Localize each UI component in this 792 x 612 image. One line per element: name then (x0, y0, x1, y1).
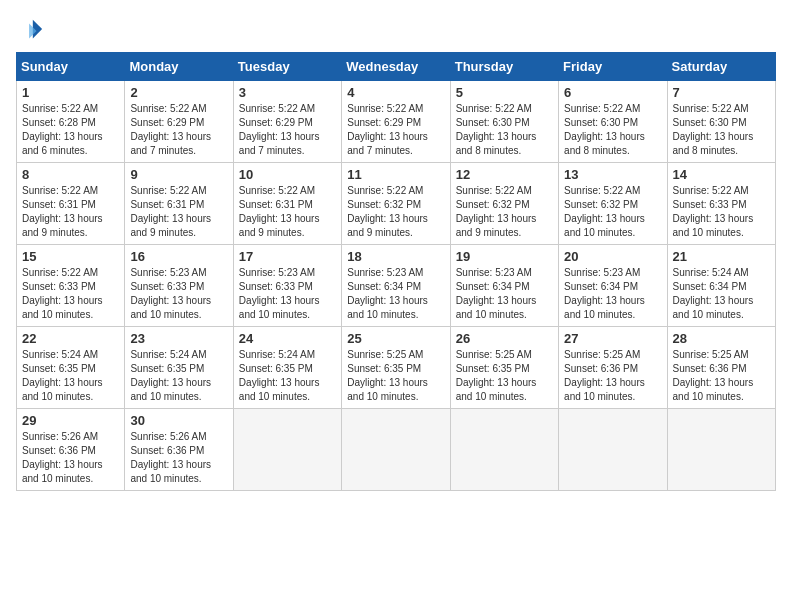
day-number: 4 (347, 85, 444, 100)
calendar-cell: 20Sunrise: 5:23 AMSunset: 6:34 PMDayligh… (559, 245, 667, 327)
calendar-cell: 3Sunrise: 5:22 AMSunset: 6:29 PMDaylight… (233, 81, 341, 163)
day-number: 15 (22, 249, 119, 264)
cell-info: Sunrise: 5:22 AMSunset: 6:28 PMDaylight:… (22, 103, 103, 156)
calendar-cell: 15Sunrise: 5:22 AMSunset: 6:33 PMDayligh… (17, 245, 125, 327)
calendar-cell: 13Sunrise: 5:22 AMSunset: 6:32 PMDayligh… (559, 163, 667, 245)
calendar-cell: 4Sunrise: 5:22 AMSunset: 6:29 PMDaylight… (342, 81, 450, 163)
cell-info: Sunrise: 5:25 AMSunset: 6:35 PMDaylight:… (347, 349, 428, 402)
day-number: 2 (130, 85, 227, 100)
day-number: 7 (673, 85, 770, 100)
calendar-cell: 28Sunrise: 5:25 AMSunset: 6:36 PMDayligh… (667, 327, 775, 409)
day-number: 14 (673, 167, 770, 182)
cell-info: Sunrise: 5:22 AMSunset: 6:33 PMDaylight:… (673, 185, 754, 238)
calendar-cell: 18Sunrise: 5:23 AMSunset: 6:34 PMDayligh… (342, 245, 450, 327)
calendar-week-row: 15Sunrise: 5:22 AMSunset: 6:33 PMDayligh… (17, 245, 776, 327)
cell-info: Sunrise: 5:23 AMSunset: 6:33 PMDaylight:… (130, 267, 211, 320)
cell-info: Sunrise: 5:22 AMSunset: 6:30 PMDaylight:… (673, 103, 754, 156)
calendar-cell: 5Sunrise: 5:22 AMSunset: 6:30 PMDaylight… (450, 81, 558, 163)
calendar-week-row: 8Sunrise: 5:22 AMSunset: 6:31 PMDaylight… (17, 163, 776, 245)
cell-info: Sunrise: 5:24 AMSunset: 6:34 PMDaylight:… (673, 267, 754, 320)
day-number: 16 (130, 249, 227, 264)
day-number: 1 (22, 85, 119, 100)
weekday-header: Friday (559, 53, 667, 81)
weekday-header-row: SundayMondayTuesdayWednesdayThursdayFrid… (17, 53, 776, 81)
calendar-cell: 23Sunrise: 5:24 AMSunset: 6:35 PMDayligh… (125, 327, 233, 409)
calendar-cell: 14Sunrise: 5:22 AMSunset: 6:33 PMDayligh… (667, 163, 775, 245)
calendar-cell (559, 409, 667, 491)
cell-info: Sunrise: 5:22 AMSunset: 6:29 PMDaylight:… (239, 103, 320, 156)
cell-info: Sunrise: 5:24 AMSunset: 6:35 PMDaylight:… (22, 349, 103, 402)
calendar-cell: 2Sunrise: 5:22 AMSunset: 6:29 PMDaylight… (125, 81, 233, 163)
logo (16, 16, 48, 44)
calendar-cell: 26Sunrise: 5:25 AMSunset: 6:35 PMDayligh… (450, 327, 558, 409)
calendar-cell: 7Sunrise: 5:22 AMSunset: 6:30 PMDaylight… (667, 81, 775, 163)
calendar-cell: 9Sunrise: 5:22 AMSunset: 6:31 PMDaylight… (125, 163, 233, 245)
day-number: 28 (673, 331, 770, 346)
day-number: 24 (239, 331, 336, 346)
cell-info: Sunrise: 5:25 AMSunset: 6:35 PMDaylight:… (456, 349, 537, 402)
calendar-cell: 25Sunrise: 5:25 AMSunset: 6:35 PMDayligh… (342, 327, 450, 409)
day-number: 5 (456, 85, 553, 100)
day-number: 17 (239, 249, 336, 264)
cell-info: Sunrise: 5:22 AMSunset: 6:30 PMDaylight:… (564, 103, 645, 156)
calendar-table: SundayMondayTuesdayWednesdayThursdayFrid… (16, 52, 776, 491)
calendar-cell: 1Sunrise: 5:22 AMSunset: 6:28 PMDaylight… (17, 81, 125, 163)
calendar-cell: 16Sunrise: 5:23 AMSunset: 6:33 PMDayligh… (125, 245, 233, 327)
calendar-week-row: 29Sunrise: 5:26 AMSunset: 6:36 PMDayligh… (17, 409, 776, 491)
cell-info: Sunrise: 5:23 AMSunset: 6:34 PMDaylight:… (456, 267, 537, 320)
day-number: 29 (22, 413, 119, 428)
calendar-cell: 10Sunrise: 5:22 AMSunset: 6:31 PMDayligh… (233, 163, 341, 245)
cell-info: Sunrise: 5:23 AMSunset: 6:34 PMDaylight:… (564, 267, 645, 320)
cell-info: Sunrise: 5:24 AMSunset: 6:35 PMDaylight:… (130, 349, 211, 402)
cell-info: Sunrise: 5:26 AMSunset: 6:36 PMDaylight:… (130, 431, 211, 484)
day-number: 3 (239, 85, 336, 100)
cell-info: Sunrise: 5:22 AMSunset: 6:33 PMDaylight:… (22, 267, 103, 320)
day-number: 9 (130, 167, 227, 182)
day-number: 23 (130, 331, 227, 346)
weekday-header: Saturday (667, 53, 775, 81)
day-number: 13 (564, 167, 661, 182)
calendar-week-row: 1Sunrise: 5:22 AMSunset: 6:28 PMDaylight… (17, 81, 776, 163)
day-number: 6 (564, 85, 661, 100)
day-number: 27 (564, 331, 661, 346)
calendar-cell: 22Sunrise: 5:24 AMSunset: 6:35 PMDayligh… (17, 327, 125, 409)
calendar-cell: 21Sunrise: 5:24 AMSunset: 6:34 PMDayligh… (667, 245, 775, 327)
calendar-week-row: 22Sunrise: 5:24 AMSunset: 6:35 PMDayligh… (17, 327, 776, 409)
day-number: 22 (22, 331, 119, 346)
calendar-cell: 11Sunrise: 5:22 AMSunset: 6:32 PMDayligh… (342, 163, 450, 245)
calendar-cell: 19Sunrise: 5:23 AMSunset: 6:34 PMDayligh… (450, 245, 558, 327)
cell-info: Sunrise: 5:22 AMSunset: 6:31 PMDaylight:… (22, 185, 103, 238)
day-number: 18 (347, 249, 444, 264)
weekday-header: Sunday (17, 53, 125, 81)
page-header (16, 16, 776, 44)
cell-info: Sunrise: 5:22 AMSunset: 6:29 PMDaylight:… (347, 103, 428, 156)
calendar-cell: 29Sunrise: 5:26 AMSunset: 6:36 PMDayligh… (17, 409, 125, 491)
day-number: 10 (239, 167, 336, 182)
cell-info: Sunrise: 5:22 AMSunset: 6:30 PMDaylight:… (456, 103, 537, 156)
cell-info: Sunrise: 5:22 AMSunset: 6:32 PMDaylight:… (456, 185, 537, 238)
day-number: 21 (673, 249, 770, 264)
cell-info: Sunrise: 5:22 AMSunset: 6:31 PMDaylight:… (130, 185, 211, 238)
cell-info: Sunrise: 5:25 AMSunset: 6:36 PMDaylight:… (673, 349, 754, 402)
calendar-cell: 6Sunrise: 5:22 AMSunset: 6:30 PMDaylight… (559, 81, 667, 163)
day-number: 30 (130, 413, 227, 428)
cell-info: Sunrise: 5:24 AMSunset: 6:35 PMDaylight:… (239, 349, 320, 402)
calendar-cell (233, 409, 341, 491)
weekday-header: Monday (125, 53, 233, 81)
cell-info: Sunrise: 5:25 AMSunset: 6:36 PMDaylight:… (564, 349, 645, 402)
weekday-header: Thursday (450, 53, 558, 81)
calendar-cell: 17Sunrise: 5:23 AMSunset: 6:33 PMDayligh… (233, 245, 341, 327)
calendar-cell (342, 409, 450, 491)
calendar-cell: 12Sunrise: 5:22 AMSunset: 6:32 PMDayligh… (450, 163, 558, 245)
cell-info: Sunrise: 5:22 AMSunset: 6:31 PMDaylight:… (239, 185, 320, 238)
cell-info: Sunrise: 5:23 AMSunset: 6:34 PMDaylight:… (347, 267, 428, 320)
logo-icon (16, 16, 44, 44)
cell-info: Sunrise: 5:26 AMSunset: 6:36 PMDaylight:… (22, 431, 103, 484)
calendar-cell (450, 409, 558, 491)
day-number: 8 (22, 167, 119, 182)
day-number: 20 (564, 249, 661, 264)
calendar-cell: 27Sunrise: 5:25 AMSunset: 6:36 PMDayligh… (559, 327, 667, 409)
day-number: 19 (456, 249, 553, 264)
day-number: 12 (456, 167, 553, 182)
cell-info: Sunrise: 5:23 AMSunset: 6:33 PMDaylight:… (239, 267, 320, 320)
